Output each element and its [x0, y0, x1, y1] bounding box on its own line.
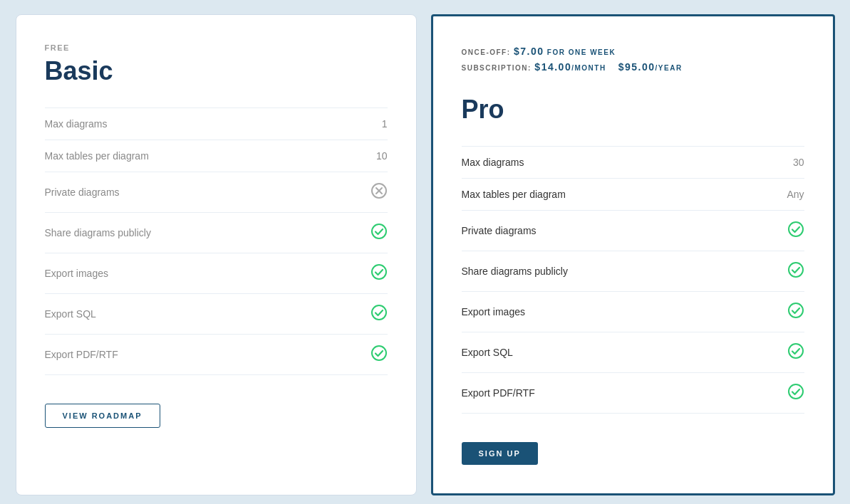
basic-features-list: Max diagrams1Max tables per diagram10Pri…: [45, 107, 388, 375]
feature-row: Max diagrams30: [462, 146, 804, 179]
feature-name: Export images: [45, 268, 108, 279]
feature-name: Private diagrams: [462, 225, 537, 236]
feature-name: Max tables per diagram: [45, 150, 149, 162]
feature-value: 1: [382, 118, 388, 130]
feature-row: Export PDF/RTF: [462, 373, 804, 414]
view-roadmap-button[interactable]: View Roadmap: [45, 404, 160, 428]
feature-row: Max tables per diagramAny: [462, 179, 804, 211]
once-off-row: Once-off: $7.00 for one week: [462, 45, 804, 58]
feature-value: [370, 223, 388, 243]
feature-row: Export SQL: [462, 332, 804, 373]
feature-value: [787, 261, 804, 281]
pro-plan-name: Pro: [462, 95, 804, 125]
svg-point-3: [372, 224, 386, 238]
feature-row: Export images: [462, 292, 804, 332]
feature-value: [787, 342, 804, 362]
feature-value: 10: [376, 150, 388, 162]
feature-name: Share diagrams publicly: [45, 227, 151, 238]
pro-plan-card: Once-off: $7.00 for one week Subscriptio…: [431, 14, 835, 495]
svg-point-7: [789, 222, 803, 236]
feature-value: [370, 182, 388, 202]
feature-row: Share diagrams publicly: [462, 251, 804, 292]
feature-value: [370, 345, 388, 364]
svg-point-5: [372, 305, 386, 320]
basic-plan-name: Basic: [45, 56, 388, 86]
feature-value: 30: [793, 157, 804, 168]
once-off-price: $7.00 for one week: [514, 48, 616, 56]
basic-tier-label: Free: [45, 43, 388, 52]
feature-name: Max tables per diagram: [462, 189, 566, 200]
feature-row: Export images: [45, 253, 388, 294]
feature-value: [787, 302, 804, 322]
svg-point-6: [372, 346, 386, 360]
basic-plan-card: Free Basic Max diagrams1Max tables per d…: [16, 14, 417, 495]
feature-row: Max tables per diagram10: [45, 140, 388, 172]
feature-name: Max diagrams: [462, 157, 524, 168]
svg-point-10: [789, 344, 803, 358]
feature-row: Export SQL: [45, 294, 388, 335]
plans-container: Free Basic Max diagrams1Max tables per d…: [16, 14, 835, 495]
feature-name: Share diagrams publicly: [462, 266, 568, 277]
feature-row: Private diagrams: [462, 211, 804, 251]
feature-name: Export PDF/RTF: [45, 349, 118, 360]
feature-value: [787, 221, 804, 241]
svg-point-8: [789, 263, 803, 277]
svg-point-11: [789, 384, 803, 399]
feature-name: Export images: [462, 306, 525, 317]
svg-point-4: [372, 265, 386, 279]
feature-row: Share diagrams publicly: [45, 213, 388, 253]
feature-name: Private diagrams: [45, 187, 120, 198]
once-off-label: Once-off:: [462, 48, 511, 56]
svg-point-9: [789, 303, 803, 317]
sign-up-button[interactable]: Sign Up: [462, 442, 538, 465]
feature-name: Max diagrams: [45, 118, 108, 130]
subscription-prices: $14.00/month $95.00/year: [534, 64, 682, 72]
feature-row: Max diagrams1: [45, 107, 388, 140]
feature-value: [370, 263, 388, 283]
pro-header: Once-off: $7.00 for one week Subscriptio…: [462, 45, 804, 73]
feature-name: Export SQL: [45, 308, 96, 320]
feature-value: Any: [787, 189, 804, 200]
feature-value: [787, 383, 804, 403]
feature-name: Export PDF/RTF: [462, 387, 535, 399]
subscription-label: Subscription:: [462, 64, 532, 72]
feature-value: [370, 304, 388, 324]
feature-name: Export SQL: [462, 347, 513, 358]
feature-row: Export PDF/RTF: [45, 335, 388, 375]
feature-row: Private diagrams: [45, 172, 388, 213]
subscription-row: Subscription: $14.00/month $95.00/year: [462, 61, 804, 73]
pro-features-list: Max diagrams30Max tables per diagramAnyP…: [462, 146, 804, 414]
